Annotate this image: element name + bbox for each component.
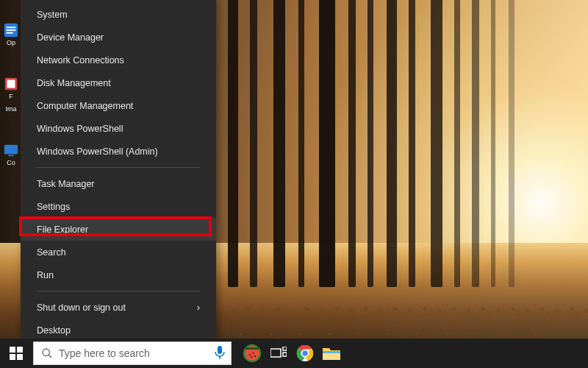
chrome-icon — [296, 344, 314, 362]
winx-item-label: Run — [37, 270, 54, 280]
svg-rect-11 — [17, 354, 23, 360]
winx-item-search[interactable]: Search — [21, 241, 216, 263]
svg-rect-5 — [7, 80, 15, 88]
svg-rect-3 — [7, 32, 13, 34]
desktop-icon-label: Op — [7, 40, 15, 46]
winx-item-label: Shut down or sign out — [37, 302, 126, 313]
winx-item-label: System — [37, 10, 68, 20]
svg-rect-7 — [8, 155, 13, 156]
start-button[interactable] — [0, 339, 32, 368]
winx-item-label: Disk Management — [37, 78, 111, 88]
task-view-icon — [270, 347, 287, 360]
taskbar-app-file-explorer[interactable] — [321, 343, 342, 364]
desktop-icon-label: F — [9, 93, 13, 100]
winx-item-task-manager[interactable]: Task Manager — [21, 172, 216, 195]
svg-line-13 — [49, 355, 51, 358]
svg-point-18 — [249, 354, 251, 355]
winx-menu: SystemDevice ManagerNetwork ConnectionsD… — [21, 0, 216, 339]
svg-rect-8 — [10, 347, 15, 353]
windows-logo-icon — [10, 347, 23, 360]
taskbar-task-view[interactable] — [268, 343, 289, 364]
svg-rect-9 — [17, 347, 23, 353]
desktop-icon[interactable]: Ima — [1, 105, 21, 113]
svg-point-20 — [251, 356, 252, 358]
svg-point-21 — [254, 355, 256, 357]
svg-rect-14 — [218, 346, 222, 354]
winx-item-label: Network Connections — [37, 55, 124, 66]
winx-item-label: Computer Management — [37, 101, 133, 111]
taskbar-search[interactable]: Type here to search — [33, 342, 232, 365]
search-placeholder: Type here to search — [59, 347, 150, 359]
svg-rect-24 — [283, 353, 287, 356]
taskbar: Type here to search — [0, 339, 588, 368]
desktop-icon[interactable]: Op — [1, 22, 21, 46]
winx-item-computer-management[interactable]: Computer Management — [21, 94, 216, 117]
file-explorer-icon — [323, 346, 340, 361]
winx-item-label: Device Manager — [37, 32, 104, 43]
winx-item-run[interactable]: Run — [21, 263, 216, 286]
winx-item-disk-management[interactable]: Disk Management — [21, 71, 216, 94]
search-icon — [41, 347, 53, 359]
winx-item-label: Task Manager — [37, 179, 95, 189]
svg-rect-2 — [7, 29, 16, 31]
svg-rect-29 — [323, 351, 340, 353]
taskbar-app-watermelon[interactable] — [242, 343, 262, 364]
winx-item-label: Windows PowerShell (Admin) — [37, 146, 158, 157]
desktop-icon[interactable]: F — [1, 76, 21, 100]
winx-separator — [37, 167, 200, 168]
desktop-icon[interactable]: Co — [1, 142, 21, 166]
svg-rect-23 — [283, 347, 287, 350]
winx-item-device-manager[interactable]: Device Manager — [21, 26, 216, 49]
taskbar-pinned — [242, 343, 342, 364]
wallpaper-leaves — [228, 287, 588, 339]
desktop: Op F Ima Co SystemDevice ManagerNetwork … — [0, 0, 588, 368]
winx-item-label: File Explorer — [37, 224, 88, 235]
winx-item-powershell-admin[interactable]: Windows PowerShell (Admin) — [21, 140, 216, 163]
desktop-icon-label: Ima — [5, 106, 16, 113]
svg-rect-10 — [10, 354, 15, 360]
svg-point-19 — [253, 353, 254, 354]
winx-item-powershell[interactable]: Windows PowerShell — [21, 117, 216, 140]
svg-rect-1 — [7, 26, 16, 28]
winx-item-network-connections[interactable]: Network Connections — [21, 49, 216, 71]
winx-separator — [37, 291, 200, 291]
microphone-icon[interactable] — [215, 346, 225, 361]
taskbar-app-chrome[interactable] — [295, 343, 315, 364]
desktop-icon-label: Co — [7, 160, 15, 166]
winx-item-label: Search — [37, 247, 66, 258]
winx-item-label: Settings — [37, 202, 70, 212]
winx-item-settings[interactable]: Settings — [21, 195, 216, 218]
svg-rect-22 — [270, 349, 281, 357]
chevron-right-icon: › — [197, 302, 200, 313]
winx-item-label: Windows PowerShell — [37, 124, 123, 134]
svg-point-12 — [43, 349, 49, 355]
watermelon-icon — [243, 344, 262, 363]
winx-item-shutdown[interactable]: Shut down or sign out› — [21, 296, 216, 319]
winx-item-label: Desktop — [37, 325, 71, 336]
winx-item-file-explorer[interactable]: File Explorer — [21, 218, 216, 241]
winx-item-system[interactable]: System — [21, 3, 216, 26]
svg-rect-6 — [4, 145, 18, 155]
